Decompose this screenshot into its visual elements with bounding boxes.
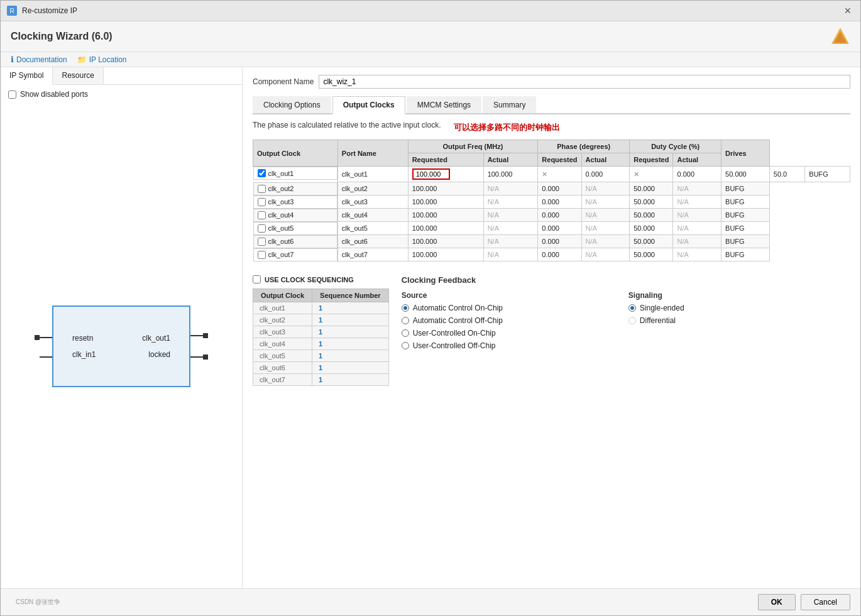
checkbox-clk_out2[interactable] bbox=[258, 185, 266, 193]
act-phase-clk_out5: N/A bbox=[581, 222, 630, 235]
req-phase-clk_out7: 0.000 bbox=[538, 248, 581, 261]
use-clock-sequencing-checkbox[interactable] bbox=[253, 275, 261, 283]
clk-out1-right-line bbox=[190, 335, 203, 336]
drives-clk_out3: BUFG bbox=[721, 195, 770, 209]
table-row: clk_out7clk_out7100.000N/A0.000N/A50.000… bbox=[253, 248, 850, 261]
act-phase-clk_out7: N/A bbox=[581, 248, 630, 261]
th-duty-act: Actual bbox=[673, 153, 721, 167]
clock-clk_out2-cell: clk_out2 bbox=[253, 182, 337, 195]
th-duty-req: Requested bbox=[630, 153, 673, 167]
table-row: clk_out3clk_out3100.000N/A0.000N/A50.000… bbox=[253, 195, 850, 209]
tabs-bar: Clocking Options Output Clocks MMCM Sett… bbox=[253, 96, 850, 114]
freq-input-clk_out1[interactable] bbox=[412, 168, 450, 180]
port-locked-label: locked bbox=[148, 350, 170, 359]
source-radio-item[interactable]: Automatic Control Off-Chip bbox=[402, 316, 623, 325]
radio-circle bbox=[628, 304, 636, 312]
act-duty-clk_out7: N/A bbox=[673, 248, 721, 261]
seq-clock-cell: clk_out3 bbox=[253, 326, 312, 338]
drives-clk_out1: BUFG bbox=[805, 167, 850, 182]
source-radio-item[interactable]: User-Controlled Off-Chip bbox=[402, 341, 623, 350]
close-button[interactable]: ✕ bbox=[842, 4, 854, 17]
folder-icon: 📁 bbox=[77, 55, 87, 64]
sequence-table: Output Clock Sequence Number clk_out11cl… bbox=[253, 289, 389, 386]
req-freq-clk_out3[interactable]: 100.000 bbox=[408, 195, 483, 209]
clear-phase-clk_out1[interactable]: ✕ bbox=[630, 167, 673, 182]
annotation-text: 可以选择多路不同的时钟输出 bbox=[454, 122, 560, 133]
tab-resource[interactable]: Resource bbox=[53, 67, 103, 84]
req-freq-clk_out2[interactable]: 100.000 bbox=[408, 182, 483, 195]
port-clk_out7: clk_out7 bbox=[337, 248, 408, 261]
table-header-row: Output Clock Port Name Output Freq (MHz)… bbox=[253, 140, 850, 153]
seq-row: clk_out41 bbox=[253, 338, 389, 350]
show-disabled-ports-checkbox[interactable] bbox=[8, 91, 16, 99]
tab-mmcm-settings[interactable]: MMCM Settings bbox=[407, 96, 481, 113]
req-duty-clk_out3: 50.000 bbox=[630, 195, 673, 209]
locked-right-line bbox=[190, 356, 203, 358]
req-phase-clk_out2: 0.000 bbox=[538, 182, 581, 195]
table-row: clk_out2clk_out2100.000N/A0.000N/A50.000… bbox=[253, 182, 850, 195]
radio-label: Single-ended bbox=[640, 304, 684, 312]
port-clk_out1: clk_out1 bbox=[337, 167, 408, 182]
bottom-section: USE CLOCK SEQUENCING Output Clock Sequen… bbox=[253, 275, 850, 386]
checkbox-clk_out6[interactable] bbox=[258, 238, 266, 246]
req-freq-clk_out6[interactable]: 100.000 bbox=[408, 235, 483, 248]
ip-block: resetn clk_out1 clk_in1 locked bbox=[52, 305, 190, 387]
req-phase-clk_out5: 0.000 bbox=[538, 222, 581, 235]
checkbox-clk_out4[interactable] bbox=[258, 211, 266, 219]
show-disabled-ports-label: Show disabled ports bbox=[20, 90, 88, 99]
feedback-source-col: Source Automatic Control On-ChipAutomati… bbox=[402, 291, 623, 354]
req-phase-clk_out6: 0.000 bbox=[538, 235, 581, 248]
port-clk_out4: clk_out4 bbox=[337, 209, 408, 222]
act-freq-clk_out2: N/A bbox=[483, 182, 538, 195]
left-panel: IP Symbol Resource Show disabled ports bbox=[1, 67, 243, 588]
drives-clk_out7: BUFG bbox=[721, 248, 770, 261]
req-freq-clk_out4[interactable]: 100.000 bbox=[408, 209, 483, 222]
table-row: clk_out6clk_out6100.000N/A0.000N/A50.000… bbox=[253, 235, 850, 248]
th-phase-req: Requested bbox=[538, 153, 581, 167]
signaling-radio-item[interactable]: Differential bbox=[628, 316, 850, 325]
req-duty-clk_out1: 50.000 bbox=[721, 167, 770, 182]
ok-button[interactable]: OK bbox=[758, 594, 796, 610]
seq-header-row: Output Clock Sequence Number bbox=[253, 289, 389, 302]
req-phase-clk_out1: 0.000 bbox=[581, 167, 630, 182]
radio-label: Automatic Control On-Chip bbox=[413, 304, 503, 312]
app-icon: R bbox=[7, 6, 17, 16]
checkbox-clk_out7[interactable] bbox=[258, 251, 266, 259]
clock-clk_out4-cell: clk_out4 bbox=[253, 209, 337, 222]
tab-ip-symbol[interactable]: IP Symbol bbox=[1, 67, 53, 85]
source-radio-item[interactable]: User-Controlled On-Chip bbox=[402, 329, 623, 338]
req-freq-clk_out1[interactable] bbox=[408, 167, 483, 182]
source-radio-item[interactable]: Automatic Control On-Chip bbox=[402, 304, 623, 312]
seq-num-cell: 1 bbox=[312, 302, 389, 314]
locked-square bbox=[203, 355, 208, 360]
ip-location-link[interactable]: 📁 IP Location bbox=[77, 55, 127, 64]
act-phase-clk_out3: N/A bbox=[581, 195, 630, 209]
tab-output-clocks[interactable]: Output Clocks bbox=[332, 96, 405, 114]
checkbox-clk_out1[interactable] bbox=[258, 169, 266, 177]
resetn-dot bbox=[35, 335, 40, 340]
documentation-link[interactable]: ℹ Documentation bbox=[11, 55, 67, 64]
tab-summary[interactable]: Summary bbox=[483, 96, 536, 113]
component-name-input[interactable] bbox=[319, 75, 850, 89]
clear-freq-clk_out1[interactable]: ✕ bbox=[538, 167, 581, 182]
seq-row: clk_out61 bbox=[253, 362, 389, 374]
checkbox-clk_out5[interactable] bbox=[258, 224, 266, 233]
main-content: IP Symbol Resource Show disabled ports bbox=[1, 67, 860, 588]
component-name-row: Component Name bbox=[253, 75, 850, 89]
act-phase-clk_out6: N/A bbox=[581, 235, 630, 248]
seq-clock-cell: clk_out1 bbox=[253, 302, 312, 314]
th-drives: Drives bbox=[721, 140, 770, 167]
checkbox-clk_out3[interactable] bbox=[258, 198, 266, 206]
tab-clocking-options[interactable]: Clocking Options bbox=[253, 96, 331, 113]
signaling-radio-item[interactable]: Single-ended bbox=[628, 304, 850, 312]
footer: CSDN @张世争 OK Cancel bbox=[1, 588, 860, 615]
clock-clk_out6-cell: clk_out6 bbox=[253, 235, 337, 248]
cancel-button[interactable]: Cancel bbox=[801, 594, 850, 610]
th-duty-cycle: Duty Cycle (%) bbox=[630, 140, 721, 153]
act-freq-clk_out5: N/A bbox=[483, 222, 538, 235]
act-phase-clk_out2: N/A bbox=[581, 182, 630, 195]
drives-clk_out6: BUFG bbox=[721, 235, 770, 248]
feedback-source-header: Source bbox=[402, 291, 623, 300]
req-freq-clk_out5[interactable]: 100.000 bbox=[408, 222, 483, 235]
req-freq-clk_out7[interactable]: 100.000 bbox=[408, 248, 483, 261]
